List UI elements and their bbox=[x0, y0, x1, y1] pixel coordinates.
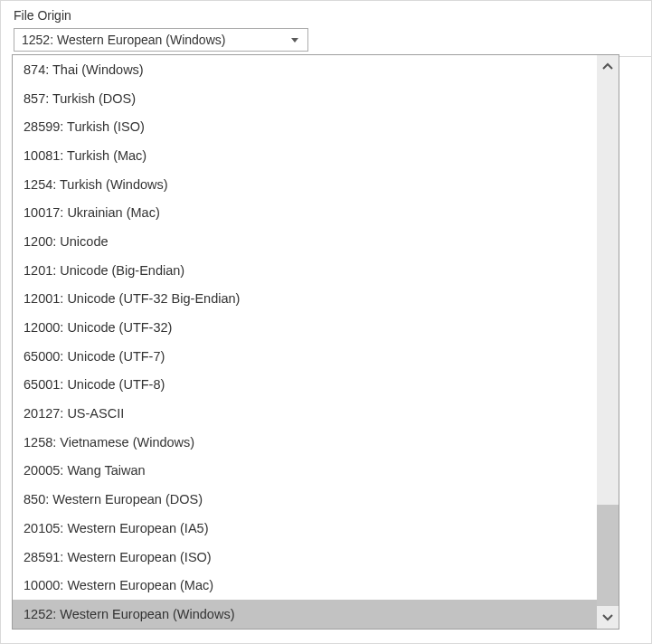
dropdown-option[interactable]: 65000: Unicode (UTF-7) bbox=[13, 342, 597, 371]
scroll-up-button[interactable] bbox=[597, 55, 619, 79]
dropdown-option[interactable]: 10081: Turkish (Mac) bbox=[13, 141, 597, 170]
dropdown-scrollbar[interactable] bbox=[597, 55, 619, 629]
dropdown-option[interactable]: 10017: Ukrainian (Mac) bbox=[13, 198, 597, 227]
dropdown-options-list: 874: Thai (Windows)857: Turkish (DOS)285… bbox=[13, 55, 597, 629]
dropdown-option[interactable]: 20127: US-ASCII bbox=[13, 399, 597, 428]
dropdown-option[interactable]: 857: Turkish (DOS) bbox=[13, 84, 597, 113]
dropdown-option[interactable]: 850: Western European (DOS) bbox=[13, 485, 597, 514]
chevron-down-icon bbox=[291, 38, 298, 43]
dropdown-option[interactable]: 28599: Turkish (ISO) bbox=[13, 112, 597, 141]
chevron-down-icon bbox=[601, 611, 614, 623]
file-origin-selected-value: 1252: Western European (Windows) bbox=[22, 33, 286, 47]
file-origin-combobox[interactable]: 1252: Western European (Windows) bbox=[14, 28, 308, 52]
dropdown-option[interactable]: 10000: Western European (Mac) bbox=[13, 571, 597, 600]
dropdown-option[interactable]: 1252: Western European (Windows) bbox=[13, 600, 597, 629]
scroll-down-button[interactable] bbox=[597, 605, 619, 629]
file-origin-panel: File Origin 1252: Western European (Wind… bbox=[0, 0, 652, 644]
dropdown-option[interactable]: 1254: Turkish (Windows) bbox=[13, 170, 597, 199]
file-origin-dropdown: 874: Thai (Windows)857: Turkish (DOS)285… bbox=[12, 54, 619, 630]
dropdown-option[interactable]: 12000: Unicode (UTF-32) bbox=[13, 313, 597, 342]
dropdown-option[interactable]: 28591: Western European (ISO) bbox=[13, 543, 597, 572]
dropdown-option[interactable]: 874: Thai (Windows) bbox=[13, 55, 597, 84]
dropdown-option[interactable]: 65001: Unicode (UTF-8) bbox=[13, 371, 597, 400]
panel-divider bbox=[617, 56, 651, 57]
dropdown-option[interactable]: 12001: Unicode (UTF-32 Big-Endian) bbox=[13, 285, 597, 314]
scroll-thumb[interactable] bbox=[597, 505, 619, 606]
dropdown-option[interactable]: 1201: Unicode (Big-Endian) bbox=[13, 256, 597, 285]
file-origin-label: File Origin bbox=[14, 8, 638, 23]
dropdown-option[interactable]: 20005: Wang Taiwan bbox=[13, 457, 597, 486]
scroll-track[interactable] bbox=[597, 79, 619, 605]
dropdown-option[interactable]: 1258: Vietnamese (Windows) bbox=[13, 428, 597, 457]
dropdown-option[interactable]: 1200: Unicode bbox=[13, 227, 597, 256]
chevron-up-icon bbox=[601, 61, 614, 73]
dropdown-option[interactable]: 20105: Western European (IA5) bbox=[13, 514, 597, 543]
